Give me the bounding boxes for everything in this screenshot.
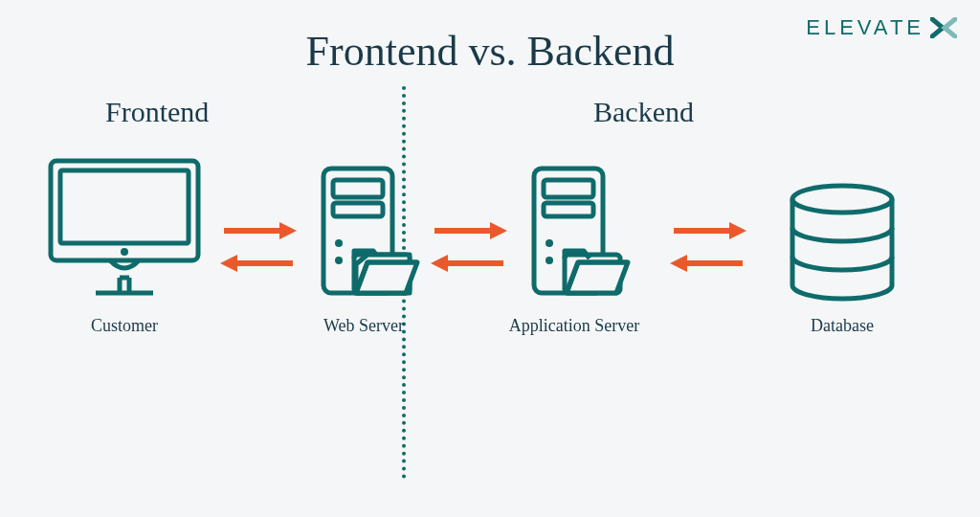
brand-x-icon: [930, 17, 957, 38]
web-server-caption: Web Server: [323, 316, 404, 336]
arrows-customer-web: [220, 220, 297, 278]
arrow-left-icon: [220, 253, 297, 278]
svg-marker-17: [431, 255, 448, 272]
server-icon: [306, 163, 421, 306]
customer-node: Customer: [38, 153, 211, 336]
app-server-caption: Application Server: [509, 316, 639, 336]
svg-rect-20: [544, 203, 593, 216]
customer-caption: Customer: [91, 316, 158, 336]
svg-marker-7: [220, 255, 237, 272]
database-icon: [780, 182, 904, 306]
svg-point-28: [792, 186, 892, 213]
monitor-icon: [43, 153, 206, 306]
database-caption: Database: [811, 316, 874, 336]
web-server-node: Web Server: [287, 163, 440, 336]
svg-point-22: [546, 257, 553, 264]
app-server-node: Application Server: [498, 163, 651, 336]
arrows-app-db: [670, 220, 746, 278]
architecture-row: Customer: [0, 153, 980, 402]
svg-point-21: [546, 239, 553, 247]
svg-rect-19: [544, 180, 593, 197]
backend-section-label: Backend: [593, 96, 694, 128]
brand-logo: ELEVATE: [806, 15, 957, 40]
svg-point-12: [335, 257, 343, 264]
arrow-right-icon: [431, 220, 507, 245]
arrow-right-icon: [220, 220, 297, 245]
svg-rect-9: [333, 180, 383, 197]
server-icon: [517, 163, 632, 306]
svg-point-2: [121, 248, 128, 256]
svg-rect-1: [60, 170, 189, 243]
frontend-section-label: Frontend: [105, 96, 209, 128]
arrow-right-icon: [670, 220, 746, 245]
svg-rect-10: [333, 203, 383, 216]
arrow-left-icon: [670, 253, 746, 278]
database-node: Database: [766, 182, 919, 336]
arrows-web-app: [431, 220, 507, 278]
arrow-left-icon: [431, 253, 507, 278]
brand-name: ELEVATE: [806, 15, 924, 40]
svg-marker-27: [670, 255, 687, 272]
svg-marker-25: [729, 222, 746, 239]
svg-point-11: [335, 239, 343, 247]
